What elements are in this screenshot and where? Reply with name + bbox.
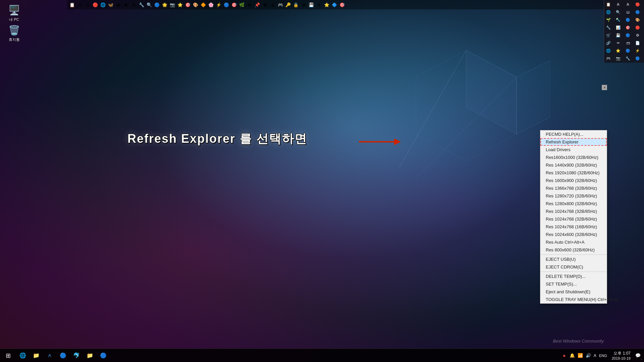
toolbar-icon-27[interactable]: 🎮 [277, 1, 284, 8]
toolbar-icon-29[interactable]: 🔒 [292, 1, 300, 8]
taskbar-blue-icon[interactable]: 🔵 [56, 349, 70, 362]
toolbar-icon-28[interactable]: 🔑 [284, 1, 292, 8]
mini-panel-icon-24[interactable]: 🌐 [605, 47, 612, 54]
tray-network-icon[interactable]: 📶 [577, 353, 584, 358]
mini-panel-icon-5[interactable]: 🔍 [614, 8, 622, 16]
menu-item-delete-temp[interactable]: DELETE TEMP(D)... [540, 273, 607, 280]
mini-panel-icon-6[interactable]: 🗂 [624, 8, 632, 16]
menu-item-eject-usb[interactable]: EJECT USB(U) [540, 255, 607, 263]
menu-item-res1280x800[interactable]: Res 1280x800 (32B/60Hz) [540, 200, 607, 207]
mini-panel-icon-27[interactable]: ⚡ [634, 47, 641, 54]
tray-ime-icon[interactable]: A [593, 353, 597, 358]
desktop-icon-recycle-bin[interactable]: 🗑️ 휴지통 [3, 23, 25, 42]
tray-lang-icon[interactable]: ENG [598, 354, 608, 358]
menu-item-res1280x720[interactable]: Res 1280x720 (32B/60Hz) [540, 192, 607, 200]
mini-panel-icon-20[interactable]: 🔗 [605, 39, 612, 47]
mini-panel-icon-17[interactable]: 💾 [614, 32, 622, 39]
taskbar-extra-icon[interactable]: 🔵 [97, 349, 110, 362]
tray-notification-icon[interactable]: 🔔 [569, 353, 576, 358]
mini-panel-icon-14[interactable]: 🎯 [624, 24, 632, 31]
mini-panel-icon-19[interactable]: ⚙ [634, 32, 641, 39]
toolbar-icon-17[interactable]: 🔶 [200, 1, 207, 8]
mini-panel-icon-16[interactable]: 🛒 [605, 32, 612, 39]
mini-panel-icon-11[interactable]: 🎨 [634, 16, 641, 23]
mini-panel-icon-15[interactable]: 🔴 [634, 24, 641, 31]
toolbar-icon-0[interactable]: 📋 [68, 1, 76, 8]
toolbar-icon-14[interactable]: ⭐ [176, 1, 184, 8]
mini-panel-icon-9[interactable]: 🔦 [614, 16, 622, 23]
toolbar-icon-2[interactable]: A [84, 1, 91, 8]
tray-arrow-icon[interactable]: 🔺 [561, 353, 568, 358]
mini-panel-icon-22[interactable]: 🗃 [624, 39, 632, 47]
mini-panel-icon-13[interactable]: 📊 [614, 24, 622, 31]
toolbar-icon-30[interactable]: 🖥 [300, 1, 307, 8]
menu-item-res1440x900[interactable]: Res 1440x900 (32B/60Hz) [540, 161, 607, 169]
toolbar-icon-20[interactable]: 🔵 [223, 1, 230, 8]
menu-item-res800x600[interactable]: Res 800x600 (32B/60Hz) [540, 246, 607, 254]
toolbar-icon-26[interactable]: 🖨 [269, 1, 276, 8]
mini-panel-icon-10[interactable]: 🔵 [624, 16, 632, 23]
taskbar-translate-icon[interactable]: A [43, 349, 56, 362]
toolbar-icon-1[interactable]: A [76, 1, 84, 8]
menu-item-res-auto[interactable]: Res Auto Ctrl+Alt+A [540, 238, 607, 246]
menu-item-res1920x1080[interactable]: Res 644x362 (32B/60Hz) [540, 169, 607, 177]
toolbar-icon-6[interactable]: ◆ [115, 1, 122, 8]
mini-panel-icon-26[interactable]: 🔵 [624, 47, 632, 54]
toolbar-icon-10[interactable]: 🔍 [146, 1, 153, 8]
toolbar-icon-3[interactable]: 🔴 [92, 1, 99, 8]
menu-item-res1024x768-60[interactable]: Res 1024x768 (32B/60Hz) [540, 215, 607, 223]
menu-item-res1024x600[interactable]: Res 1024x600 (32B/60Hz) [540, 231, 607, 238]
toolbar-icon-22[interactable]: 🌿 [238, 1, 246, 8]
mini-panel-icon-23[interactable]: 📄 [634, 39, 641, 47]
menu-item-eject-cdrom[interactable]: EJECT CDROM(C) [540, 263, 607, 271]
mini-panel-icon-0[interactable]: 📋 [605, 1, 612, 8]
mini-panel-icon-18[interactable]: 🔵 [624, 32, 632, 39]
menu-item-res1600x1000[interactable]: Res1600x1000 (32B/60Hz) [540, 154, 607, 161]
desktop-icon-my-pc[interactable]: 🖥️ 내 PC [3, 3, 25, 22]
toolbar-icon-13[interactable]: 📷 [169, 1, 176, 8]
menu-item-set-temp[interactable]: SET TEMP(S)... [540, 280, 607, 288]
mini-panel-icon-1[interactable]: A [614, 1, 622, 8]
toolbar-icon-18[interactable]: 🌸 [207, 1, 215, 8]
toolbar-icon-16[interactable]: 🎨 [192, 1, 199, 8]
mini-panel-icon-2[interactable]: A [624, 1, 632, 8]
menu-item-load-drivers[interactable]: Load Drivers [540, 146, 607, 154]
mini-panel-icon-12[interactable]: 🔧 [605, 24, 612, 31]
mini-panel-icon-8[interactable]: 🌱 [605, 16, 612, 23]
mini-panel-icon-21[interactable]: ✏ [614, 39, 622, 47]
menu-item-res1024x768-16[interactable]: Res 1024x768 (16B/60Hz) [540, 223, 607, 231]
mini-panel-icon-28[interactable]: 🎮 [605, 55, 612, 62]
toolbar-icon-34[interactable]: 🔷 [331, 1, 338, 8]
toolbar-icon-33[interactable]: ⭐ [323, 1, 330, 8]
mini-panel-icon-4[interactable]: 🌐 [605, 8, 612, 16]
panel-close-button[interactable]: ✕ [602, 85, 607, 90]
toolbar-icon-31[interactable]: 💾 [308, 1, 315, 8]
toolbar-icon-32[interactable]: 🖱 [315, 1, 323, 8]
menu-item-toggle-tray[interactable]: TOGGLE TRAY MENU(H) Ctrl+Alt+M [540, 296, 607, 303]
mini-panel-icon-30[interactable]: 🔧 [624, 55, 632, 62]
toolbar-icon-8[interactable]: ⚙ [130, 1, 138, 8]
toolbar-icon-4[interactable]: 🌐 [99, 1, 107, 8]
taskbar-ie-icon[interactable]: 🌐 [16, 349, 30, 362]
tray-volume-icon[interactable]: 🔊 [585, 353, 592, 358]
taskbar-folder-icon[interactable]: 📁 [83, 349, 97, 362]
menu-item-res1366x768[interactable]: Res 1366x768 (32B/60Hz) [540, 184, 607, 192]
toolbar-icon-23[interactable]: ⚙ [246, 1, 253, 8]
toolbar-icon-7[interactable]: ■ [122, 1, 130, 8]
toolbar-icon-19[interactable]: ⚡ [215, 1, 222, 8]
toolbar-icon-25[interactable]: 🖥 [261, 1, 269, 8]
mini-panel-icon-3[interactable]: 🔴 [634, 1, 641, 8]
menu-item-eject-shutdown[interactable]: Eject and Shutdown(E) [540, 288, 607, 296]
toolbar-icon-15[interactable]: 🎯 [184, 1, 192, 8]
mini-panel-icon-7[interactable]: 🔵 [634, 8, 641, 16]
tray-action-center-icon[interactable]: 💬 [635, 353, 641, 358]
toolbar-icon-12[interactable]: 🌟 [161, 1, 168, 8]
mini-panel-icon-25[interactable]: ⭐ [614, 47, 622, 54]
toolbar-icon-9[interactable]: 🔧 [138, 1, 145, 8]
toolbar-icon-35[interactable]: 🎯 [338, 1, 346, 8]
taskbar-explorer-icon[interactable]: 📁 [30, 349, 43, 362]
toolbar-icon-24[interactable]: 📌 [254, 1, 261, 8]
mini-panel-icon-31[interactable]: 🔵 [634, 55, 641, 62]
menu-item-res1024x768-85[interactable]: Res 1024x768 (32B/85Hz) [540, 207, 607, 215]
mini-panel-icon-29[interactable]: 📷 [614, 55, 622, 62]
